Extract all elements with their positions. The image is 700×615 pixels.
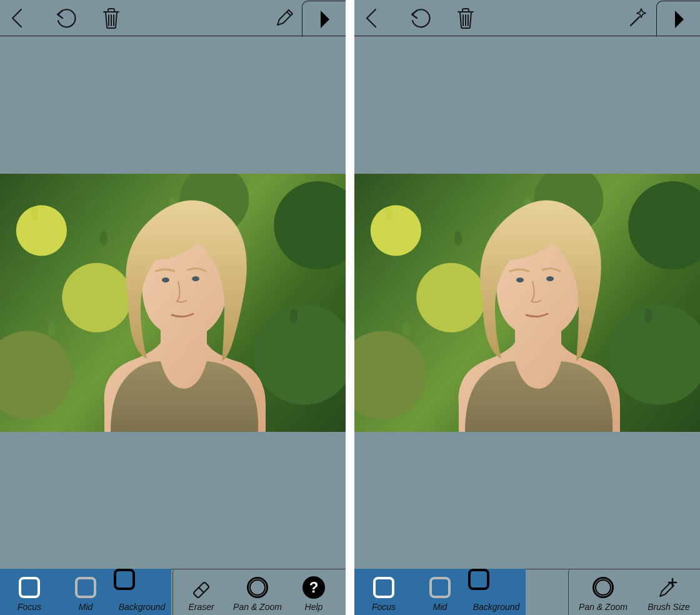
layer-group: Focus Mid Background xyxy=(354,569,526,615)
utility-group: Pan & Zoom Brush Size xyxy=(568,569,700,615)
undo-button[interactable] xyxy=(402,0,439,36)
tool-help[interactable]: ? Help xyxy=(286,569,342,615)
svg-point-1 xyxy=(192,276,199,281)
tool-focus[interactable]: Focus xyxy=(1,569,58,615)
square-white-icon xyxy=(19,577,40,598)
delete-button[interactable] xyxy=(94,0,129,36)
canvas-area[interactable] xyxy=(0,36,346,569)
square-white-icon xyxy=(373,577,394,598)
svg-point-0 xyxy=(162,278,169,282)
tool-label: Focus xyxy=(18,601,41,612)
tool-label: Eraser xyxy=(188,601,214,612)
magic-wand-button[interactable] xyxy=(621,0,656,36)
square-black-icon xyxy=(468,569,489,590)
tool-background[interactable]: Background xyxy=(114,569,170,615)
tool-label: Background xyxy=(473,601,520,612)
back-button[interactable] xyxy=(0,0,35,36)
tool-brushsize[interactable]: Brush Size xyxy=(638,569,700,615)
svg-point-4 xyxy=(516,278,524,282)
help-icon: ? xyxy=(302,576,325,599)
bottom-toolbar: Focus Mid Background Pan & Zoom xyxy=(354,569,700,615)
tool-label: Pan & Zoom xyxy=(579,601,628,612)
top-toolbar xyxy=(0,0,346,36)
tool-focus[interactable]: Focus xyxy=(356,569,412,615)
ring-icon xyxy=(247,577,268,598)
tool-label: Focus xyxy=(372,601,396,612)
square-grey-icon xyxy=(429,577,451,598)
tool-label: Help xyxy=(305,601,323,612)
photo-subject xyxy=(67,174,279,432)
tool-panzoom[interactable]: Pan & Zoom xyxy=(569,569,638,615)
pane-gutter xyxy=(346,0,354,615)
magic-wand-icon xyxy=(627,6,651,30)
next-button[interactable] xyxy=(302,1,346,37)
back-button[interactable] xyxy=(354,0,389,36)
utility-group: Eraser Pan & Zoom ? Help xyxy=(172,569,342,615)
layer-group: Focus Mid Background xyxy=(0,569,171,615)
photo xyxy=(354,174,700,432)
photo-subject xyxy=(421,174,634,432)
tool-label: Mid xyxy=(79,601,93,612)
tool-label: Brush Size xyxy=(648,601,690,612)
tool-mid[interactable]: Mid xyxy=(412,569,468,615)
square-black-icon xyxy=(114,569,135,590)
svg-line-2 xyxy=(199,588,204,592)
eraser-icon xyxy=(189,574,214,601)
delete-button[interactable] xyxy=(448,0,483,36)
svg-line-3 xyxy=(631,17,639,26)
tool-label: Pan & Zoom xyxy=(233,601,282,612)
photo xyxy=(0,174,346,432)
bottom-toolbar: Focus Mid Background Eraser xyxy=(0,569,346,615)
brush-plus-icon xyxy=(655,574,682,601)
edit-button[interactable] xyxy=(267,0,302,36)
next-button[interactable] xyxy=(656,1,700,37)
tool-eraser[interactable]: Eraser xyxy=(173,569,229,615)
tool-label: Background xyxy=(119,601,166,612)
tool-background[interactable]: Background xyxy=(468,569,524,615)
editor-pane-left: Focus Mid Background Eraser xyxy=(0,0,346,615)
top-toolbar xyxy=(354,0,700,36)
pencil-icon xyxy=(274,8,295,29)
tool-label: Mid xyxy=(433,601,448,612)
canvas-area[interactable] xyxy=(354,36,700,569)
ring-icon xyxy=(592,577,614,598)
square-grey-icon xyxy=(75,577,96,598)
tool-panzoom[interactable]: Pan & Zoom xyxy=(229,569,286,615)
svg-point-5 xyxy=(546,276,554,281)
editor-pane-right: Focus Mid Background Pan & Zoom xyxy=(354,0,700,615)
tool-mid[interactable]: Mid xyxy=(58,569,114,615)
undo-button[interactable] xyxy=(48,0,85,36)
